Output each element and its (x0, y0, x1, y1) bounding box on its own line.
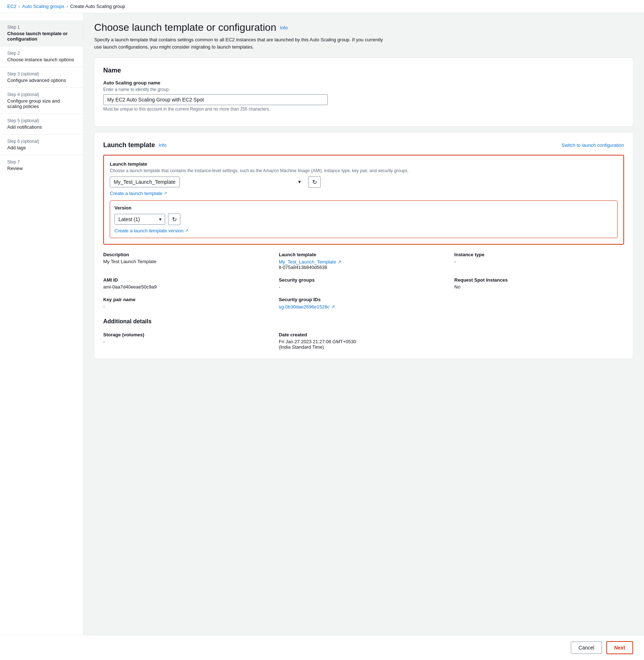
additional-details-grid: Storage (volumes) - Date created Fri Jan… (103, 332, 624, 350)
detail-launch-template: Launch template My_Test_Launch_Template … (279, 252, 449, 270)
lt-refresh-button[interactable]: ↻ (308, 176, 321, 188)
step-4-label: Step 4 (optional) (7, 92, 76, 97)
lt-header: Launch template Info Switch to launch co… (103, 141, 624, 149)
detail-ami-id: AMI ID ami-0aa7d40eeae50c9a9 (103, 277, 273, 290)
sidebar: Step 1 Choose launch template or configu… (0, 13, 83, 658)
step-5-title: Add notifications (7, 124, 76, 130)
breadcrumb-current-page: Create Auto Scaling group (70, 4, 125, 9)
instance-type-label: Instance type (454, 252, 624, 257)
page-header: Choose launch template or configuration … (94, 22, 633, 50)
next-button[interactable]: Next (606, 641, 633, 654)
ami-id-label: AMI ID (103, 277, 273, 283)
security-groups-label: Security groups (279, 277, 449, 283)
step-2-title: Choose instance launch options (7, 57, 76, 62)
breadcrumb-ec2[interactable]: EC2 (7, 4, 16, 9)
launch-template-selector-section: Launch template Choose a launch template… (103, 155, 624, 245)
lt-field-hint: Choose a launch template that contains t… (110, 168, 618, 173)
asg-name-constraint: Must be unique to this account in the cu… (103, 107, 624, 112)
lt-select[interactable]: My_Test_Launch_Template (110, 177, 180, 187)
create-launch-template-link[interactable]: Create a launch template ↗ (110, 191, 167, 196)
asg-name-input[interactable] (103, 94, 328, 105)
sidebar-step-3[interactable]: Step 3 (optional) Configure advanced opt… (0, 67, 83, 88)
key-pair-label: Key pair name (103, 297, 273, 302)
detail-request-spot: Request Spot Instances No (454, 277, 624, 290)
sidebar-step-5[interactable]: Step 5 (optional) Add notifications (0, 114, 83, 134)
ami-id-value: ami-0aa7d40eeae50c9a9 (103, 284, 273, 290)
date-created-value: Fri Jan 27 2023 21:27:08 GMT+0530 (279, 339, 449, 344)
asg-name-label: Auto Scaling group name (103, 80, 624, 86)
page-title: Choose launch template or configuration (94, 22, 276, 33)
version-section: Version Latest (1) ▼ ↻ Create a launch t… (110, 200, 618, 238)
sidebar-step-6[interactable]: Step 6 (optional) Add tags (0, 134, 83, 155)
detail-instance-type: Instance type - (454, 252, 624, 270)
step-3-label: Step 3 (optional) (7, 71, 76, 76)
breadcrumb-sep-1: › (18, 4, 20, 9)
lt-info-link[interactable]: Info (159, 142, 167, 148)
step-7-title: Review (7, 166, 76, 171)
create-lt-version-link[interactable]: Create a launch template version ↗ (114, 228, 188, 233)
sidebar-step-2[interactable]: Step 2 Choose instance launch options (0, 46, 83, 67)
step-6-label: Step 6 (optional) (7, 139, 76, 144)
date-created-label: Date created (279, 332, 449, 337)
request-spot-value: No (454, 284, 624, 290)
step-5-label: Step 5 (optional) (7, 118, 76, 123)
asg-name-field: Auto Scaling group name Enter a name to … (103, 80, 624, 112)
detail-date-created: Date created Fri Jan 27 2023 21:27:08 GM… (279, 332, 449, 350)
footer-bar: Cancel Next (0, 635, 644, 660)
step-3-title: Configure advanced options (7, 78, 76, 83)
detail-security-groups: Security groups - (279, 277, 449, 290)
lt-link-name: My_Test_Launch_Template (279, 259, 336, 265)
name-card: Name Auto Scaling group name Enter a nam… (94, 58, 633, 126)
launch-template-id: lt-075a8413b840d5638 (279, 265, 449, 270)
page-info-link[interactable]: Info (280, 25, 288, 30)
create-version-external-icon: ↗ (185, 228, 188, 233)
version-select-wrapper: Latest (1) ▼ (114, 214, 165, 225)
storage-value: - (103, 339, 273, 344)
additional-details-title: Additional details (103, 318, 624, 325)
step-7-label: Step 7 (7, 159, 76, 165)
step-6-title: Add tags (7, 145, 76, 150)
launch-template-detail-link[interactable]: My_Test_Launch_Template ↗ (279, 259, 342, 265)
sg-id-link[interactable]: sg-0b30dae2696e1528c ↗ (279, 304, 335, 310)
cancel-button[interactable]: Cancel (571, 642, 602, 654)
lt-dropdown-row: My_Test_Launch_Template ▼ ↻ (110, 176, 618, 188)
detail-storage: Storage (volumes) - (103, 332, 273, 350)
external-link-icon: ↗ (164, 191, 167, 196)
lt-chevron-icon: ▼ (297, 179, 302, 184)
sidebar-step-4[interactable]: Step 4 (optional) Configure group size a… (0, 88, 83, 114)
security-groups-value: - (279, 284, 449, 290)
lt-link-external-icon: ↗ (338, 259, 342, 265)
request-spot-label: Request Spot Instances (454, 277, 624, 283)
version-refresh-icon: ↻ (172, 216, 177, 223)
breadcrumb-auto-scaling[interactable]: Auto Scaling groups (22, 4, 64, 9)
version-dropdown-row: Latest (1) ▼ ↻ (114, 213, 613, 225)
details-grid: Description My Test Launch Template Laun… (103, 252, 624, 310)
lt-select-wrapper: My_Test_Launch_Template ▼ (110, 177, 305, 187)
detail-description: Description My Test Launch Template (103, 252, 273, 270)
page-title-row: Choose launch template or configuration … (94, 22, 633, 33)
sidebar-step-7[interactable]: Step 7 Review (0, 155, 83, 175)
sg-ids-label: Security group IDs (279, 297, 449, 302)
step-2-label: Step 2 (7, 51, 76, 56)
page-layout: Step 1 Choose launch template or configu… (0, 13, 644, 658)
page-description: Specify a launch template that contains … (94, 36, 384, 50)
detail-placeholder (454, 297, 624, 310)
refresh-icon: ↻ (312, 179, 317, 186)
sg-id-value: sg-0b30dae2696e1528c (279, 304, 330, 310)
launch-template-card: Launch template Info Switch to launch co… (94, 132, 633, 359)
description-value: My Test Launch Template (103, 259, 273, 264)
step-1-title: Choose launch template or configuration (7, 31, 76, 42)
description-label: Description (103, 252, 273, 257)
version-label: Version (114, 205, 613, 211)
sg-id-external-icon: ↗ (331, 304, 335, 310)
switch-to-launch-config-link[interactable]: Switch to launch configuration (561, 142, 624, 148)
date-created-sub: (India Standard Time) (279, 344, 449, 350)
version-refresh-button[interactable]: ↻ (168, 213, 180, 225)
step-1-label: Step 1 (7, 25, 76, 30)
create-lt-version-label: Create a launch template version (114, 228, 184, 233)
version-select[interactable]: Latest (1) (114, 214, 165, 225)
lt-section-title: Launch template (103, 141, 155, 149)
asg-name-hint: Enter a name to identify the group. (103, 87, 624, 92)
lt-title-row: Launch template Info (103, 141, 167, 149)
sidebar-step-1[interactable]: Step 1 Choose launch template or configu… (0, 20, 83, 46)
